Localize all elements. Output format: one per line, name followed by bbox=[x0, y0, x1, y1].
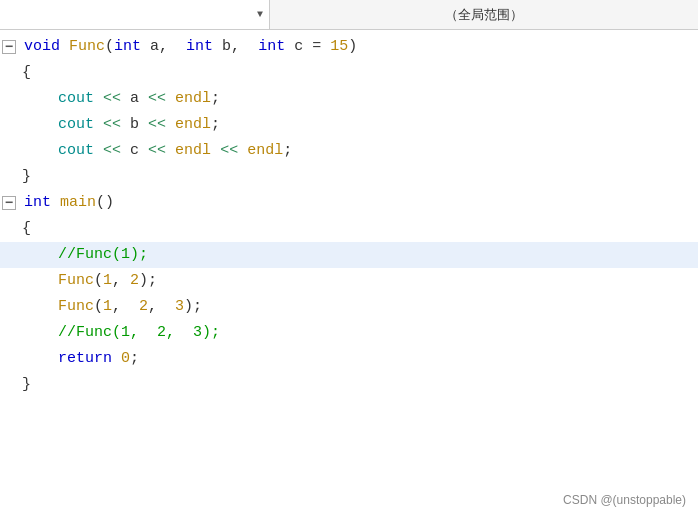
token-num: 15 bbox=[330, 38, 348, 55]
token-normal: () bbox=[96, 194, 114, 211]
code-area: −void Func(int a, int b, int c = 15){cou… bbox=[0, 30, 698, 515]
token-fn-gold: Func bbox=[58, 298, 94, 315]
code-tokens: //Func(1); bbox=[54, 242, 698, 268]
code-tokens: cout << c << endl << endl; bbox=[54, 138, 698, 164]
token-op: << bbox=[220, 142, 238, 159]
token-op: << bbox=[148, 116, 166, 133]
token-normal: ; bbox=[283, 142, 292, 159]
token-normal: b, bbox=[213, 38, 258, 55]
token-kw-teal: cout bbox=[58, 142, 94, 159]
token-normal: c bbox=[121, 142, 148, 159]
token-kw-teal: cout bbox=[58, 116, 94, 133]
token-normal bbox=[211, 142, 220, 159]
code-tokens: } bbox=[18, 372, 698, 398]
token-normal: a bbox=[121, 90, 148, 107]
token-normal bbox=[94, 116, 103, 133]
token-op: << bbox=[103, 142, 121, 159]
token-kw-blue: int bbox=[114, 38, 141, 55]
token-num: 1 bbox=[103, 298, 112, 315]
code-tokens: cout << a << endl; bbox=[54, 86, 698, 112]
code-tokens: { bbox=[18, 60, 698, 86]
arrow-down-icon: ▼ bbox=[257, 9, 263, 20]
token-num: 0 bbox=[121, 350, 130, 367]
token-normal: b bbox=[121, 116, 148, 133]
code-tokens: int main() bbox=[20, 190, 698, 216]
code-line: Func(1, 2); bbox=[0, 268, 698, 294]
token-normal: } bbox=[22, 168, 31, 185]
token-normal: ; bbox=[211, 116, 220, 133]
token-normal: { bbox=[22, 64, 31, 81]
code-line: Func(1, 2, 3); bbox=[0, 294, 698, 320]
token-normal bbox=[112, 350, 121, 367]
token-normal: a, bbox=[141, 38, 186, 55]
right-dropdown[interactable]: （全局范围） bbox=[270, 0, 698, 29]
code-line: //Func(1, 2, 3); bbox=[0, 320, 698, 346]
token-comment: //Func(1, 2, 3); bbox=[58, 324, 220, 341]
token-op: << bbox=[148, 90, 166, 107]
code-line: cout << c << endl << endl; bbox=[0, 138, 698, 164]
code-line: //Func(1); bbox=[0, 242, 698, 268]
code-tokens: } bbox=[18, 164, 698, 190]
token-fn-gold: endl bbox=[175, 90, 211, 107]
token-normal: ( bbox=[94, 298, 103, 315]
code-line: { bbox=[0, 60, 698, 86]
token-normal: ); bbox=[139, 272, 157, 289]
token-kw-blue: int bbox=[186, 38, 213, 55]
collapse-button[interactable]: − bbox=[2, 40, 16, 54]
code-tokens: { bbox=[18, 216, 698, 242]
code-line: { bbox=[0, 216, 698, 242]
code-tokens: void Func(int a, int b, int c = 15) bbox=[20, 34, 698, 60]
code-line: cout << b << endl; bbox=[0, 112, 698, 138]
token-comment: //Func(1); bbox=[58, 246, 148, 263]
collapse-button[interactable]: − bbox=[2, 196, 16, 210]
token-normal: ; bbox=[130, 350, 139, 367]
code-tokens: //Func(1, 2, 3); bbox=[54, 320, 698, 346]
code-tokens: return 0; bbox=[54, 346, 698, 372]
code-line: cout << a << endl; bbox=[0, 86, 698, 112]
token-kw-blue: int bbox=[258, 38, 285, 55]
code-line: −int main() bbox=[0, 190, 698, 216]
token-normal: , bbox=[112, 298, 139, 315]
token-normal: , bbox=[148, 298, 175, 315]
token-normal bbox=[238, 142, 247, 159]
token-normal: ); bbox=[184, 298, 202, 315]
token-normal bbox=[51, 194, 60, 211]
code-tokens: Func(1, 2); bbox=[54, 268, 698, 294]
token-kw-teal: cout bbox=[58, 90, 94, 107]
watermark: CSDN @(unstoppable) bbox=[563, 493, 686, 507]
token-op: << bbox=[103, 90, 121, 107]
token-normal: ( bbox=[94, 272, 103, 289]
token-normal: ) bbox=[348, 38, 357, 55]
token-num: 3 bbox=[175, 298, 184, 315]
token-kw-blue: int bbox=[24, 194, 51, 211]
token-normal: ( bbox=[105, 38, 114, 55]
token-num: 2 bbox=[130, 272, 139, 289]
top-bar: ▼ （全局范围） bbox=[0, 0, 698, 30]
token-num: 1 bbox=[103, 272, 112, 289]
token-fn-gold: main bbox=[60, 194, 96, 211]
code-tokens: cout << b << endl; bbox=[54, 112, 698, 138]
code-line: return 0; bbox=[0, 346, 698, 372]
token-normal: { bbox=[22, 220, 31, 237]
right-dropdown-label: （全局范围） bbox=[445, 6, 523, 24]
token-fn-gold: endl bbox=[175, 142, 211, 159]
token-normal: ; bbox=[211, 90, 220, 107]
token-normal: c = bbox=[285, 38, 330, 55]
code-line: } bbox=[0, 372, 698, 398]
code-line: −void Func(int a, int b, int c = 15) bbox=[0, 34, 698, 60]
token-fn-gold: endl bbox=[175, 116, 211, 133]
token-normal bbox=[60, 38, 69, 55]
token-fn-gold: endl bbox=[247, 142, 283, 159]
token-kw-blue: return bbox=[58, 350, 112, 367]
token-op: << bbox=[103, 116, 121, 133]
token-normal: , bbox=[112, 272, 130, 289]
code-line: } bbox=[0, 164, 698, 190]
token-normal bbox=[94, 142, 103, 159]
token-normal: } bbox=[22, 376, 31, 393]
left-dropdown[interactable]: ▼ bbox=[0, 0, 270, 29]
token-normal bbox=[94, 90, 103, 107]
token-normal bbox=[166, 142, 175, 159]
token-normal bbox=[166, 116, 175, 133]
token-fn-gold: Func bbox=[58, 272, 94, 289]
code-tokens: Func(1, 2, 3); bbox=[54, 294, 698, 320]
